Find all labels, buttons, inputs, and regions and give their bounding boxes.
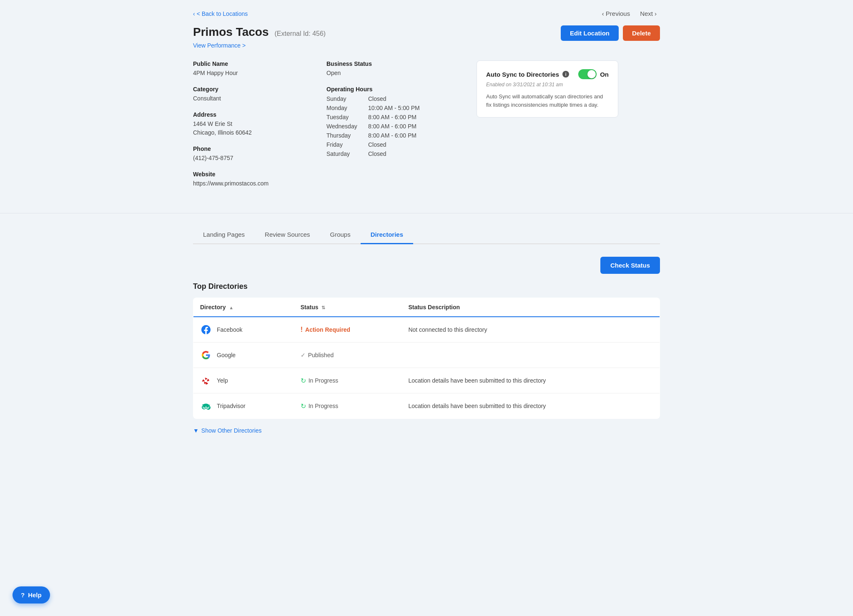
autosync-description: Auto Sync will automatically scan direct… (486, 93, 609, 109)
table-row: Tripadvisor ↻ In Progress Location detai… (193, 393, 660, 419)
website-label: Website (193, 171, 310, 178)
hours-day: Thursday (326, 131, 368, 140)
autosync-toggle[interactable] (578, 69, 597, 79)
tab-directories[interactable]: Directories (361, 226, 413, 244)
status-published: ✓ Published (301, 352, 395, 358)
address-line2: Chicago, Illinois 60642 (193, 128, 310, 137)
hours-day: Tuesday (326, 113, 368, 122)
chevron-down-icon: ▼ (193, 427, 199, 434)
top-directories-title: Top Directories (193, 282, 660, 291)
dir-name: Tripadvisor (217, 403, 246, 409)
dir-name: Google (217, 352, 236, 358)
tab-landing-pages[interactable]: Landing Pages (193, 226, 255, 244)
dir-name-cell: Yelp (193, 368, 294, 393)
chevron-left-icon: ‹ (193, 10, 195, 17)
table-row: Facebook ! Action Required Not connected… (193, 317, 660, 343)
sync-icon: ↻ (301, 402, 306, 410)
chevron-right-icon: › (655, 10, 657, 17)
nav-buttons: ‹ Previous Next › (599, 8, 660, 19)
hours-value: 8:00 AM - 6:00 PM (368, 122, 460, 131)
dir-status-cell: ! Action Required (294, 317, 402, 343)
phone-value: (412)-475-8757 (193, 154, 310, 163)
back-to-locations-link[interactable]: ‹ < Back to Locations (193, 10, 248, 17)
back-label: < Back to Locations (197, 10, 248, 17)
status-action-required: ! Action Required (301, 326, 395, 333)
operating-hours-label: Operating Hours (326, 86, 460, 93)
hours-row: Tuesday8:00 AM - 6:00 PM (326, 113, 460, 122)
info-icon[interactable]: i (562, 71, 569, 78)
hours-value: Closed (368, 149, 460, 158)
hours-day: Friday (326, 140, 368, 149)
tab-review-sources[interactable]: Review Sources (255, 226, 320, 244)
chevron-left-icon: ‹ (602, 10, 604, 17)
directories-table: Directory ▲ Status ⇅ Status Description (193, 298, 660, 419)
phone-label: Phone (193, 145, 310, 152)
hours-row: Monday10:00 AM - 5:00 PM (326, 103, 460, 113)
hours-day: Sunday (326, 94, 368, 103)
location-header: Primos Tacos (External Id: 456) View Per… (193, 25, 326, 49)
hours-row: Thursday8:00 AM - 6:00 PM (326, 131, 460, 140)
tab-groups[interactable]: Groups (320, 226, 360, 244)
business-status-field: Business Status Open (326, 60, 460, 78)
hours-day: Saturday (326, 149, 368, 158)
phone-field: Phone (412)-475-8757 (193, 145, 310, 163)
column-directory: Directory ▲ (193, 298, 294, 317)
dir-status-cell: ↻ In Progress (294, 393, 402, 419)
public-name-label: Public Name (193, 60, 310, 67)
hours-value: 10:00 AM - 5:00 PM (368, 103, 460, 113)
public-name-field: Public Name 4PM Happy Hour (193, 60, 310, 78)
hours-day: Wednesday (326, 122, 368, 131)
hours-row: SundayClosed (326, 94, 460, 103)
view-performance-link[interactable]: View Performance > (193, 42, 246, 49)
external-id: (External Id: 456) (274, 30, 326, 37)
tabs-list: Landing PagesReview SourcesGroupsDirecto… (193, 226, 660, 244)
sort-icon-directory[interactable]: ▲ (229, 305, 233, 310)
hours-value: 8:00 AM - 6:00 PM (368, 113, 460, 122)
website-value: https://www.primostacos.com (193, 179, 310, 188)
sync-icon: ↻ (301, 377, 306, 385)
website-field: Website https://www.primostacos.com (193, 171, 310, 188)
dir-description-cell: Location details have been submitted to … (401, 393, 660, 419)
show-other-label: Show Other Directories (201, 427, 262, 434)
action-buttons: Edit Location Delete (561, 25, 660, 41)
dir-description-cell (401, 343, 660, 368)
delete-button[interactable]: Delete (623, 25, 660, 41)
check-status-button[interactable]: Check Status (600, 257, 660, 274)
edit-location-button[interactable]: Edit Location (561, 25, 619, 41)
dir-status-cell: ↻ In Progress (294, 368, 402, 393)
autosync-title: Auto Sync to Directories (486, 71, 559, 78)
previous-button[interactable]: ‹ Previous (599, 8, 633, 19)
column-status-description: Status Description (401, 298, 660, 317)
location-name: Primos Tacos (193, 25, 269, 38)
edit-label: Edit Location (570, 30, 610, 37)
yelp-icon (200, 375, 212, 386)
business-status-value: Open (326, 69, 460, 78)
dir-status-cell: ✓ Published (294, 343, 402, 368)
dir-name: Yelp (217, 377, 228, 384)
next-label: Next (640, 10, 653, 17)
hours-value: Closed (368, 140, 460, 149)
autosync-card: Auto Sync to Directories i On Enabled on… (477, 60, 618, 118)
info-left: Public Name 4PM Happy Hour Category Cons… (193, 60, 310, 196)
table-header-row: Directory ▲ Status ⇅ Status Description (193, 298, 660, 317)
address-line1: 1464 W Erie St (193, 120, 310, 128)
hours-table: SundayClosedMonday10:00 AM - 5:00 PMTues… (326, 94, 460, 158)
delete-label: Delete (632, 30, 651, 37)
hours-row: Wednesday8:00 AM - 6:00 PM (326, 122, 460, 131)
check-status-row: Check Status (193, 257, 660, 274)
autosync-enabled-text: Enabled on 3/31/2021 at 10:31 am (486, 82, 609, 88)
hours-day: Monday (326, 103, 368, 113)
operating-hours-field: Operating Hours SundayClosedMonday10:00 … (326, 86, 460, 158)
exclamation-icon: ! (301, 326, 303, 333)
sort-icon-status[interactable]: ⇅ (321, 305, 325, 310)
tripadvisor-icon (200, 400, 212, 412)
next-button[interactable]: Next › (637, 8, 660, 19)
facebook-icon (200, 324, 212, 336)
dir-description-cell: Not connected to this directory (401, 317, 660, 343)
table-row: Google ✓ Published (193, 343, 660, 368)
dir-description-cell: Location details have been submitted to … (401, 368, 660, 393)
show-other-directories-link[interactable]: ▼ Show Other Directories (193, 427, 660, 434)
address-field: Address 1464 W Erie St Chicago, Illinois… (193, 111, 310, 137)
dir-name-cell: Facebook (193, 317, 294, 343)
hours-row: SaturdayClosed (326, 149, 460, 158)
